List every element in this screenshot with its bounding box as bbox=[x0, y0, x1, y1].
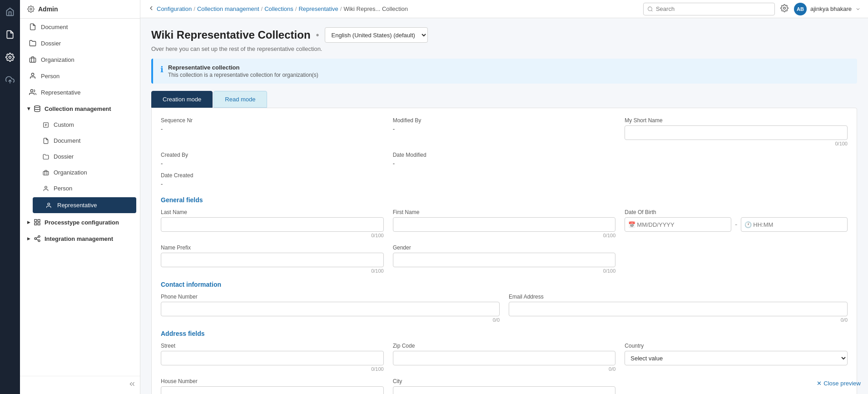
name-prefix-group: Name Prefix 0/100 bbox=[161, 244, 384, 274]
email-input[interactable] bbox=[509, 302, 848, 316]
sidebar-item-person[interactable]: Person bbox=[20, 68, 140, 84]
breadcrumb: Configuration / Collection management / … bbox=[148, 5, 638, 13]
city-input[interactable] bbox=[393, 386, 616, 394]
col-person-icon bbox=[43, 185, 49, 192]
last-name-counter: 0/100 bbox=[161, 233, 384, 238]
sidebar-item-col-person[interactable]: Person bbox=[29, 180, 140, 196]
collection-management-section[interactable]: ▾ Collection management bbox=[20, 100, 140, 117]
house-number-label: House Number bbox=[161, 378, 384, 384]
document-icon[interactable] bbox=[3, 27, 17, 42]
col-dossier-icon bbox=[43, 154, 49, 160]
email-counter: 0/0 bbox=[509, 317, 848, 323]
chevron-right-icon2: ▸ bbox=[27, 235, 30, 242]
back-button[interactable] bbox=[148, 5, 155, 13]
time-wrapper: 🕐 bbox=[741, 217, 848, 232]
search-icon bbox=[647, 6, 653, 12]
name-prefix-input[interactable] bbox=[161, 253, 384, 267]
street-group: Street 0/100 bbox=[161, 343, 384, 372]
breadcrumb-collection-management[interactable]: Collection management bbox=[197, 5, 259, 12]
processtype-icon bbox=[34, 219, 41, 226]
time-input[interactable] bbox=[741, 217, 848, 232]
user-area[interactable]: AB ajinkya bhakare bbox=[794, 3, 861, 15]
page-title: Wiki Representative Collection bbox=[151, 29, 311, 41]
language-select[interactable]: English (United States) (default) bbox=[325, 27, 428, 43]
svg-point-5 bbox=[30, 90, 33, 92]
settings-icon[interactable] bbox=[3, 50, 17, 65]
svg-rect-3 bbox=[30, 58, 35, 62]
close-preview-link[interactable]: ✕ Close preview bbox=[817, 380, 861, 387]
gender-counter: 0/100 bbox=[393, 268, 616, 274]
main-area: Configuration / Collection management / … bbox=[140, 0, 868, 394]
sequence-nr-label: Sequence Nr bbox=[161, 117, 384, 124]
search-input[interactable] bbox=[656, 5, 771, 12]
sidebar-item-dossier[interactable]: Dossier bbox=[20, 35, 140, 51]
breadcrumb-configuration[interactable]: Configuration bbox=[157, 5, 192, 12]
address-fields-grid: Street 0/100 Zip Code 0/0 Country Select… bbox=[161, 343, 848, 394]
sidebar-item-col-organization[interactable]: Organization bbox=[29, 165, 140, 180]
collapse-nav-button[interactable] bbox=[20, 376, 140, 394]
rep-top-icon bbox=[29, 89, 36, 96]
info-banner: ℹ Representative collection This collect… bbox=[151, 59, 857, 84]
svg-point-0 bbox=[9, 56, 11, 59]
nav-top: Admin bbox=[20, 0, 140, 19]
integration-label: Integration management bbox=[45, 235, 113, 242]
sidebar-item-document[interactable]: Document bbox=[20, 19, 140, 35]
meta-fields: Sequence Nr - Modified By - My Short Nam… bbox=[161, 117, 848, 187]
col-org-icon bbox=[43, 170, 49, 176]
city-label: City bbox=[393, 378, 616, 384]
sep3: / bbox=[295, 5, 297, 12]
gender-input[interactable] bbox=[393, 253, 616, 267]
contact-fields-grid: Phone Number 0/0 Email Address 0/0 bbox=[161, 294, 848, 323]
short-name-input[interactable] bbox=[625, 125, 848, 140]
phone-number-group: Phone Number 0/0 bbox=[161, 294, 500, 323]
sep1: / bbox=[193, 5, 195, 12]
last-name-input[interactable] bbox=[161, 217, 384, 232]
sidebar-item-col-document[interactable]: Document bbox=[29, 133, 140, 149]
mode-tabs: Creation mode Read mode bbox=[151, 91, 857, 108]
breadcrumb-representative[interactable]: Representative bbox=[298, 5, 338, 12]
integration-icon bbox=[34, 235, 41, 242]
phone-input[interactable] bbox=[161, 302, 500, 316]
home-icon[interactable] bbox=[3, 5, 17, 19]
country-select[interactable]: Select value bbox=[625, 351, 848, 365]
sidebar-item-custom[interactable]: Custom bbox=[29, 117, 140, 133]
first-name-input[interactable] bbox=[393, 217, 616, 232]
house-number-input[interactable] bbox=[161, 386, 384, 394]
sep4: / bbox=[340, 5, 342, 12]
svg-rect-14 bbox=[35, 223, 37, 225]
last-name-label: Last Name bbox=[161, 209, 384, 215]
meta-blank bbox=[625, 152, 848, 167]
created-by-field: Created By - bbox=[161, 152, 384, 167]
svg-point-20 bbox=[648, 7, 652, 11]
svg-rect-13 bbox=[38, 223, 40, 225]
sidebar-item-col-representative[interactable]: Representative bbox=[33, 197, 136, 213]
title-dot: • bbox=[316, 30, 319, 40]
dossier-nav-icon bbox=[29, 40, 36, 47]
breadcrumb-collections[interactable]: Collections bbox=[264, 5, 293, 12]
general-fields-grid: Last Name 0/100 First Name 0/100 Date Of… bbox=[161, 209, 848, 274]
processtype-section[interactable]: ▸ Processtype configuration bbox=[20, 214, 140, 230]
clock-icon: 🕐 bbox=[744, 221, 752, 228]
last-name-group: Last Name 0/100 bbox=[161, 209, 384, 238]
city-group: City bbox=[393, 378, 616, 394]
settings-gear-icon[interactable] bbox=[780, 4, 789, 14]
tab-read-mode[interactable]: Read mode bbox=[213, 91, 267, 108]
banner-content: Representative collection This collectio… bbox=[168, 64, 318, 78]
zip-input[interactable] bbox=[393, 351, 616, 365]
sidebar-item-organization[interactable]: Organization bbox=[20, 51, 140, 68]
page-header: Wiki Representative Collection • English… bbox=[151, 27, 857, 43]
street-input[interactable] bbox=[161, 351, 384, 365]
col-doc-icon bbox=[43, 138, 49, 144]
first-name-group: First Name 0/100 bbox=[393, 209, 616, 238]
sidebar-item-representative[interactable]: Representative bbox=[20, 84, 140, 100]
close-preview-label: Close preview bbox=[823, 380, 861, 387]
gear-nav-icon bbox=[27, 5, 35, 13]
collection-sub-nav: Custom Document Dossier Organization Per… bbox=[20, 117, 140, 214]
date-input[interactable] bbox=[625, 217, 731, 232]
cloud-icon[interactable] bbox=[3, 73, 17, 87]
tab-creation-mode[interactable]: Creation mode bbox=[151, 91, 213, 108]
sidebar-item-col-dossier[interactable]: Dossier bbox=[29, 149, 140, 165]
integration-section[interactable]: ▸ Integration management bbox=[20, 230, 140, 247]
close-x: ✕ bbox=[817, 380, 822, 387]
col-dossier-label: Dossier bbox=[54, 153, 74, 160]
